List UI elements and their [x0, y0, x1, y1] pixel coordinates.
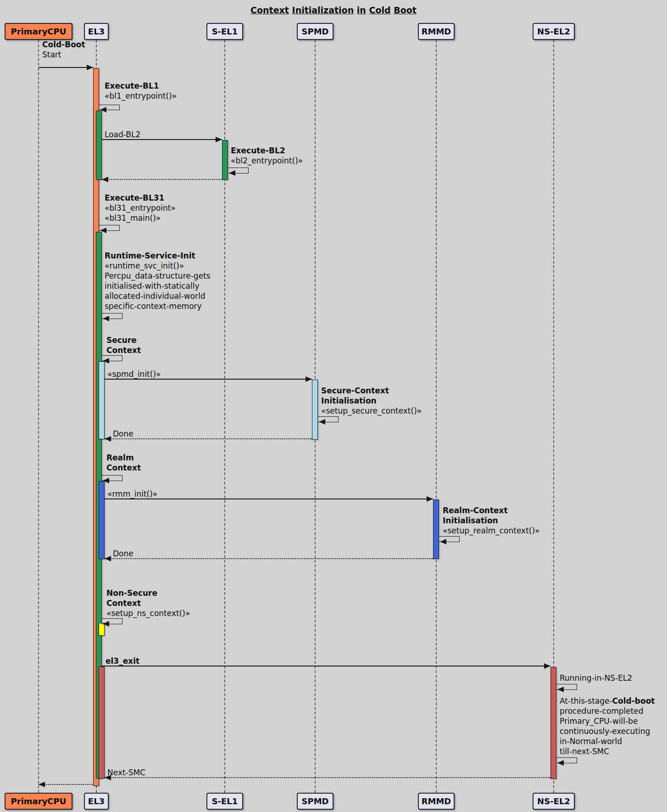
self-secure-context-arrowhead-icon	[103, 358, 109, 364]
msg-cold-boot-start-arrowhead-icon	[87, 65, 93, 70]
self-non-secure-context-arrowhead-icon	[103, 621, 109, 627]
self-realm-context-text: Realm	[106, 453, 134, 462]
self-non-secure-context-text: Non-Secure	[106, 588, 157, 598]
self-secure-context-label: SecureContext	[106, 335, 141, 355]
self-secure-context-init-text: Initialisation	[321, 396, 377, 405]
self-coldboot-complete-arrowhead-icon	[557, 760, 564, 766]
msg-cold-boot-start-text: Cold-Boot	[42, 40, 85, 49]
msg-rmmd-done-text: Done	[113, 549, 133, 558]
self-execute-bl31-text: «bl31_main()»	[105, 213, 161, 223]
sequence-diagram-canvas: Context Initialization in Cold Boot Prim…	[0, 0, 667, 812]
self-execute-bl1-arrowhead-icon	[100, 107, 106, 112]
msg-rmm-init-arrowhead-icon	[427, 496, 433, 502]
self-execute-bl2-text: Execute-BL2	[231, 146, 285, 155]
self-secure-context-text: Context	[106, 346, 141, 355]
participant-box-el3-top: EL3	[84, 23, 109, 40]
self-secure-context-init-text: Secure-Context	[321, 386, 389, 395]
self-secure-context-init-text: «setup_secure_context()»	[321, 406, 422, 415]
participant-box-el3-bottom: EL3	[84, 793, 109, 810]
self-coldboot-complete-text: till-next-SMC	[560, 747, 609, 756]
participant-box-rmmd-top: RMMD	[418, 23, 455, 40]
msg-spmd-done-arrowhead-icon	[105, 436, 111, 442]
self-runtime-service-init-text: allocated-individual-world	[105, 291, 206, 301]
msg-next-smc-text: Next-SMC	[107, 768, 145, 777]
self-realm-context-init-arrowhead-icon	[440, 539, 446, 544]
self-execute-bl2-arrowhead-icon	[229, 170, 235, 176]
msg-final-return	[39, 784, 93, 785]
participant-box-primary-cpu-top: PrimaryCPU	[5, 23, 72, 40]
msg-load-bl2-label: Load-BL2	[105, 129, 140, 140]
el3-realm-ctx-bar	[99, 481, 105, 559]
self-runtime-service-init-label: Runtime-Service-Init«runtime_svc_init()»…	[105, 251, 211, 311]
el3-bl1-bar	[96, 111, 102, 180]
msg-cold-boot-start	[39, 67, 93, 68]
self-realm-context-text: Context	[106, 463, 141, 472]
self-running-in-nsel2-label: Running-in-NS-EL2	[560, 673, 632, 683]
self-non-secure-context-text: Context	[106, 599, 141, 608]
participant-box-ns-el2-bottom: NS-EL2	[533, 793, 575, 810]
msg-spmd-init-label: «spmd_init()»	[107, 369, 161, 379]
msg-bl2-return-arrowhead-icon	[102, 177, 108, 182]
msg-spmd-done	[105, 438, 312, 439]
self-execute-bl1-text: «bl1_entrypoint()»	[105, 91, 177, 101]
self-execute-bl31-text: «bl31_entrypoint»	[105, 203, 176, 213]
participant-box-s-el1-top: S-EL1	[206, 23, 243, 40]
msg-el3-exit-text: el3_exit	[106, 656, 139, 666]
self-running-in-nsel2-arrowhead-icon	[557, 687, 564, 692]
self-runtime-service-init-text: specific-context-memory	[105, 302, 202, 311]
self-coldboot-complete-text: Cold-boot	[612, 696, 655, 706]
self-realm-context-init-text: «setup_realm_context()»	[443, 526, 539, 535]
title-word: Cold	[369, 5, 390, 15]
participant-box-primary-cpu-bottom: PrimaryCPU	[5, 793, 72, 810]
self-coldboot-complete-text: At-this-stage-	[560, 696, 612, 706]
self-runtime-service-init-text: Percpu_data-structure-gets	[105, 271, 211, 280]
msg-cold-boot-start-text: Start	[42, 50, 61, 59]
msg-rmmd-done-arrowhead-icon	[105, 556, 111, 561]
self-running-in-nsel2-text: Running-in-NS-EL2	[560, 673, 632, 683]
self-realm-context-init-text: Initialisation	[443, 516, 498, 525]
self-non-secure-context-label: Non-SecureContext«setup_ns_context()»	[106, 588, 190, 618]
msg-load-bl2-arrowhead-icon	[216, 137, 222, 142]
self-coldboot-complete-label: At-this-stage-Cold-bootprocedure-complet…	[560, 696, 655, 756]
msg-spmd-done-text: Done	[113, 429, 133, 438]
self-runtime-service-init-text: «runtime_svc_init()»	[105, 261, 184, 270]
self-coldboot-complete-text: procedure-completed	[560, 706, 644, 716]
participant-box-ns-el2-top: NS-EL2	[533, 23, 575, 40]
self-coldboot-complete-text: Primary_CPU-will-be	[560, 717, 638, 726]
self-execute-bl31-label: Execute-BL31«bl31_entrypoint»«bl31_main(…	[105, 193, 176, 223]
msg-rmmd-done	[105, 558, 433, 559]
self-realm-context-init-text: Realm-Context	[443, 506, 508, 515]
participant-box-spmd-top: SPMD	[297, 23, 334, 40]
self-realm-context-init-label: Realm-ContextInitialisation«setup_realm_…	[443, 505, 539, 536]
self-runtime-service-init-arrowhead-icon	[103, 316, 109, 321]
self-execute-bl2-label: Execute-BL2«bl2_entrypoint()»	[231, 146, 303, 166]
lifeline-rmmd	[436, 40, 437, 793]
self-execute-bl31-text: Execute-BL31	[105, 193, 164, 202]
title-word: in	[357, 5, 366, 15]
msg-spmd-init-arrowhead-icon	[306, 376, 312, 382]
msg-el3-exit-label: el3_exit	[106, 656, 139, 666]
self-secure-context-text: Secure	[106, 336, 137, 345]
msg-cold-boot-start-label: Cold-BootStart	[42, 39, 85, 60]
participant-box-spmd-bottom: SPMD	[297, 793, 334, 810]
self-realm-context-label: RealmContext	[106, 453, 141, 473]
self-coldboot-complete-text: continuously-executing	[560, 727, 650, 736]
msg-next-smc-label: Next-SMC	[107, 767, 145, 778]
self-execute-bl31-arrowhead-icon	[100, 228, 106, 233]
self-realm-context-arrowhead-icon	[103, 478, 109, 483]
msg-el3-exit	[102, 666, 550, 666]
msg-el3-exit-arrowhead-icon	[544, 663, 550, 669]
participant-box-s-el1-bottom: S-EL1	[206, 793, 243, 810]
msg-final-return-arrowhead-icon	[39, 782, 45, 787]
msg-load-bl2-text: Load-BL2	[105, 130, 140, 139]
title-word: Boot	[394, 5, 417, 15]
self-runtime-service-init-text: Runtime-Service-Init	[105, 251, 195, 260]
lifeline-primary-cpu	[38, 40, 39, 793]
msg-next-smc	[105, 777, 550, 778]
title-word: Initialization	[292, 5, 354, 15]
el3-exit-bar	[99, 666, 105, 778]
self-execute-bl2-text: «bl2_entrypoint()»	[231, 156, 303, 165]
rmmd-bar	[433, 499, 439, 559]
self-runtime-service-init-text: initialised-with-statically	[105, 281, 200, 291]
self-secure-context-init-label: Secure-ContextInitialisation«setup_secur…	[321, 386, 422, 416]
